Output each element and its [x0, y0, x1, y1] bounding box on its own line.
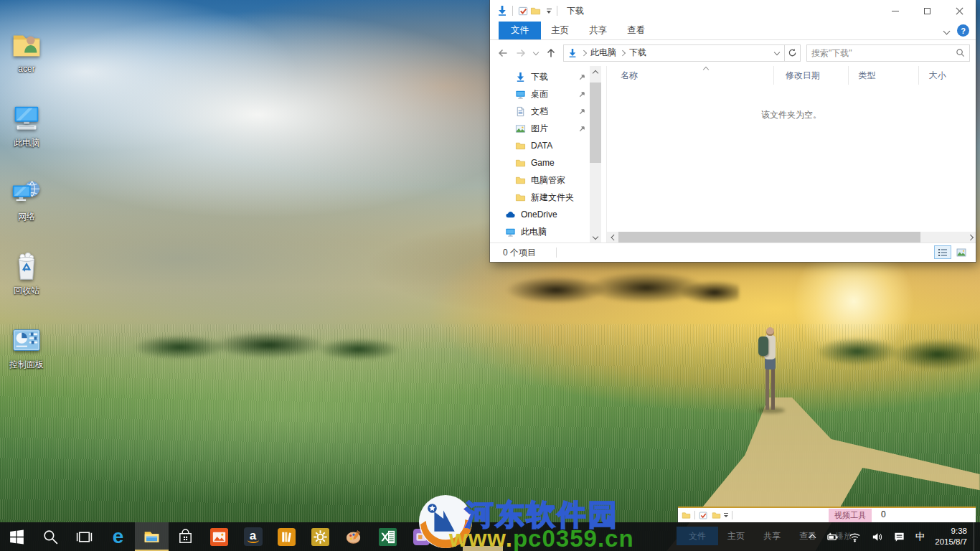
taskbar-item-settings[interactable] — [303, 522, 337, 551]
mini-tab-home[interactable]: 主页 — [718, 527, 754, 545]
desktop-icon-this-pc[interactable]: 此电脑 — [0, 80, 53, 148]
scroll-up-icon[interactable] — [590, 66, 601, 77]
sidebar-scrollbar[interactable] — [590, 66, 601, 242]
breadcrumb-this-pc[interactable]: 此电脑 — [590, 47, 616, 59]
column-date-modified[interactable]: 修改日期 — [774, 66, 849, 85]
tab-file[interactable]: 文件 — [499, 22, 541, 39]
new-folder-icon[interactable] — [712, 511, 721, 520]
this-pc-icon — [10, 103, 43, 136]
desktop-icon-label: 回收站 — [14, 286, 39, 296]
breadcrumb-downloads[interactable]: 下载 — [629, 47, 646, 59]
search-input[interactable] — [811, 48, 956, 58]
mini-explorer-window[interactable]: 视频工具 0 — [678, 507, 976, 522]
sidebar-item-desktop[interactable]: 桌面 — [490, 85, 590, 103]
recent-locations-icon[interactable] — [533, 50, 540, 56]
sidebar-item-pictures[interactable]: 图片 — [490, 120, 590, 137]
sidebar-item-onedrive[interactable]: OneDrive — [490, 206, 590, 223]
taskbar-item-media-app[interactable] — [405, 522, 438, 551]
volume-icon[interactable] — [866, 522, 888, 551]
up-icon[interactable] — [545, 47, 557, 59]
address-bar-row: 此电脑 下载 — [490, 40, 976, 65]
scrollbar-thumb[interactable] — [590, 83, 601, 163]
help-button[interactable]: ? — [957, 24, 969, 37]
desktop-icon-acer[interactable]: acer — [0, 6, 53, 74]
sidebar-item-new-folder[interactable]: 新建文件夹 — [490, 189, 590, 206]
taskbar-item-file-explorer[interactable] — [135, 522, 169, 551]
video-tools-contextual-tab[interactable]: 视频工具 — [829, 509, 872, 522]
sidebar-item-downloads[interactable]: 下载 — [490, 68, 590, 85]
recycle-bin-icon — [10, 250, 43, 283]
hidden-icons-chevron[interactable] — [804, 522, 821, 551]
taskbar-clock[interactable]: 9:38 2015/8/7 — [930, 526, 974, 547]
minimize-button[interactable] — [879, 0, 911, 22]
forward-icon[interactable] — [515, 47, 527, 59]
refresh-button[interactable] — [785, 44, 801, 62]
file-explorer-icon — [143, 528, 161, 546]
taskbar-item-amazon[interactable]: a — [236, 522, 270, 551]
sidebar-item-game[interactable]: Game — [490, 154, 590, 171]
scroll-down-icon[interactable] — [590, 231, 601, 242]
close-button[interactable] — [943, 0, 976, 22]
tab-view[interactable]: 查看 — [617, 22, 655, 39]
taskbar-item-edge[interactable]: e — [101, 522, 135, 551]
sidebar-item-this-pc[interactable]: 此电脑 — [490, 223, 590, 240]
sort-ascending-icon — [702, 67, 710, 71]
battery-icon[interactable] — [821, 522, 844, 551]
desktop-icon-column: acer 此电脑 网络 回收站 控制面板 — [0, 6, 53, 375]
taskbar-start-button[interactable] — [0, 522, 34, 551]
horizontal-scrollbar[interactable] — [607, 232, 976, 242]
desktop-icon-control-panel[interactable]: 控制面板 — [0, 301, 53, 369]
media-app-icon — [413, 529, 430, 545]
properties-check-icon[interactable] — [699, 511, 708, 520]
new-folder-icon[interactable] — [529, 5, 542, 17]
taskbar-item-excel[interactable] — [371, 522, 405, 551]
taskbar-item-paint[interactable] — [337, 522, 371, 551]
folder-icon — [514, 140, 526, 151]
show-desktop-button[interactable] — [974, 522, 977, 551]
details-view-button[interactable] — [934, 245, 951, 259]
search-box[interactable] — [806, 44, 970, 62]
column-name[interactable]: 名称 — [607, 66, 774, 85]
mini-tab-share[interactable]: 共享 — [754, 527, 790, 545]
desktop-screen: acer 此电脑 网络 回收站 控制面板 视频工具 0 — [0, 0, 980, 551]
sidebar-item-data[interactable]: DATA — [490, 137, 590, 154]
taskbar-search-button[interactable] — [34, 522, 67, 551]
downloads-icon — [567, 48, 578, 58]
qat-customize-icon[interactable] — [545, 9, 552, 14]
address-bar[interactable]: 此电脑 下载 — [563, 44, 785, 62]
back-icon[interactable] — [497, 47, 509, 59]
sidebar-item-documents[interactable]: 文档 — [490, 103, 590, 120]
wifi-icon[interactable] — [844, 522, 866, 551]
qat-customize-icon[interactable] — [724, 513, 728, 517]
column-size[interactable]: 大小 — [919, 66, 976, 85]
taskbar-item-books[interactable] — [270, 522, 303, 551]
sidebar-item-pc-manager[interactable]: 电脑管家 — [490, 171, 590, 189]
maximize-button[interactable] — [911, 0, 943, 22]
tab-home[interactable]: 主页 — [541, 22, 579, 39]
scroll-right-icon[interactable] — [965, 232, 976, 242]
desktop-icon-recycle-bin[interactable]: 回收站 — [0, 227, 53, 296]
pin-icon — [578, 73, 586, 81]
store-icon — [176, 528, 194, 546]
taskbar-item-store[interactable] — [169, 522, 202, 551]
ribbon-collapse-icon[interactable] — [944, 28, 950, 34]
address-dropdown-icon[interactable] — [774, 50, 781, 56]
action-center-icon[interactable] — [888, 522, 910, 551]
taskbar-item-photos[interactable] — [202, 522, 236, 551]
gear-icon — [311, 528, 329, 546]
ime-indicator[interactable]: 中 — [910, 522, 930, 551]
column-type[interactable]: 类型 — [849, 66, 919, 85]
photos-icon — [210, 528, 228, 546]
tab-share[interactable]: 共享 — [579, 22, 617, 39]
scroll-left-icon[interactable] — [607, 232, 618, 242]
properties-check-icon[interactable] — [517, 5, 529, 17]
scrollbar-thumb[interactable] — [618, 232, 920, 242]
taskbar-task-view-button[interactable] — [67, 522, 101, 551]
desktop-icon-network[interactable]: 网络 — [0, 154, 53, 222]
mini-tab-file[interactable]: 文件 — [677, 527, 718, 545]
taskbar-item-internet-explorer[interactable]: e — [438, 522, 472, 551]
desktop-icon-label: acer — [18, 65, 34, 74]
chevron-up-icon — [809, 534, 816, 540]
navigation-pane: 下载 桌面 文档 图片 — [490, 66, 590, 242]
thumbnail-view-button[interactable] — [953, 245, 970, 259]
